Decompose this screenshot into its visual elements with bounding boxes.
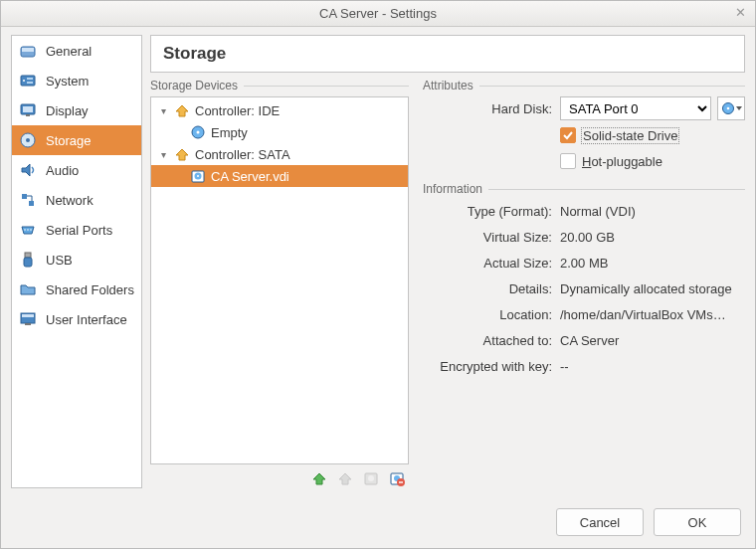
category-label: Network <box>46 193 94 208</box>
svg-point-25 <box>197 175 199 177</box>
category-label: Display <box>46 103 89 118</box>
usb-icon <box>18 250 38 270</box>
tree-label: Empty <box>211 125 248 140</box>
group-label-text: Attributes <box>423 79 473 92</box>
category-label: System <box>46 74 89 89</box>
svg-point-33 <box>726 107 729 110</box>
add-controller-button[interactable] <box>309 468 329 488</box>
svg-rect-11 <box>22 194 27 199</box>
info-label: Virtual Size: <box>423 230 560 245</box>
category-userinterface[interactable]: User Interface <box>12 304 141 334</box>
category-network[interactable]: Network <box>12 185 141 215</box>
media-empty[interactable]: Empty <box>151 121 408 143</box>
svg-point-10 <box>26 138 30 142</box>
category-storage[interactable]: Storage <box>12 125 141 155</box>
info-value: /home/dan/VirtualBox VMs… <box>560 307 745 322</box>
category-label: General <box>46 44 92 59</box>
attributes-column: Attributes Hard Disk: SATA Port 0 <box>423 79 745 488</box>
cancel-button[interactable]: Cancel <box>556 508 644 536</box>
ssd-checkbox[interactable] <box>560 127 576 143</box>
main-panel: Storage Storage Devices ▾ Co <box>150 35 745 488</box>
svg-point-13 <box>24 229 26 231</box>
svg-point-27 <box>368 475 374 481</box>
svg-rect-16 <box>25 253 31 258</box>
info-label: Encrypted with key: <box>423 359 560 374</box>
controller-icon <box>173 101 191 119</box>
ok-button[interactable]: OK <box>654 508 741 536</box>
group-label-text: Storage Devices <box>150 79 238 92</box>
info-value: -- <box>560 359 745 374</box>
svg-rect-12 <box>29 201 34 206</box>
controller-icon <box>173 145 191 163</box>
svg-point-15 <box>30 229 32 231</box>
hard-disk-port-select[interactable]: SATA Port 0 <box>560 96 711 120</box>
info-virtualsize-row: Virtual Size: 20.00 GB <box>423 226 745 248</box>
svg-rect-7 <box>23 106 33 112</box>
info-encrypted-row: Encrypted with key: -- <box>423 355 745 377</box>
choose-disk-button[interactable] <box>717 96 745 120</box>
display-icon <box>18 100 38 120</box>
info-attachedto-row: Attached to: CA Server <box>423 329 745 351</box>
add-attachment-button[interactable] <box>361 468 381 488</box>
ui-icon <box>18 309 38 329</box>
tree-label: Controller: IDE <box>195 103 280 118</box>
svg-rect-17 <box>24 258 32 267</box>
remove-controller-button[interactable] <box>335 468 355 488</box>
hotplug-checkbox[interactable] <box>560 153 576 169</box>
svg-rect-20 <box>25 323 31 325</box>
hotplug-label[interactable]: Hot-pluggable <box>582 154 662 169</box>
svg-point-14 <box>27 229 29 231</box>
storage-devices-label: Storage Devices <box>150 79 409 92</box>
window-title: CA Server - Settings <box>319 6 437 21</box>
group-label-text: Information <box>423 182 482 196</box>
remove-attachment-button[interactable] <box>387 468 407 488</box>
category-system[interactable]: System <box>12 66 141 95</box>
close-icon[interactable]: ✕ <box>731 4 749 22</box>
title-bar: CA Server - Settings ✕ <box>1 1 755 27</box>
info-value: 2.00 MB <box>560 256 745 271</box>
category-general[interactable]: General <box>12 36 141 66</box>
category-usb[interactable]: USB <box>12 245 141 274</box>
hard-disk-label: Hard Disk: <box>423 101 560 116</box>
divider <box>244 86 409 87</box>
chevron-down-icon: ▾ <box>157 105 169 116</box>
divider <box>488 189 745 190</box>
ssd-label[interactable]: Solid-state Drive <box>582 128 678 143</box>
svg-rect-4 <box>27 78 33 80</box>
controller-sata[interactable]: ▾ Controller: SATA <box>151 143 408 165</box>
category-sharedfolders[interactable]: Shared Folders <box>12 274 141 304</box>
svg-point-3 <box>23 80 25 82</box>
info-location-row: Location: /home/dan/VirtualBox VMs… <box>423 303 745 325</box>
controller-ide[interactable]: ▾ Controller: IDE <box>151 99 408 121</box>
category-serialports[interactable]: Serial Ports <box>12 215 141 245</box>
storage-devices-column: Storage Devices ▾ Controller: IDE <box>150 79 409 488</box>
harddisk-icon <box>189 167 207 185</box>
svg-rect-8 <box>26 114 30 116</box>
info-value: CA Server <box>560 333 745 348</box>
info-label: Details: <box>423 281 560 296</box>
attributes-body: Hard Disk: SATA Port 0 <box>423 96 745 172</box>
media-ca-server-vdi[interactable]: CA Server.vdi <box>151 165 408 187</box>
info-label: Actual Size: <box>423 256 560 271</box>
svg-rect-1 <box>22 48 34 52</box>
general-icon <box>18 41 38 61</box>
info-label: Type (Format): <box>423 204 560 219</box>
network-icon <box>18 190 38 210</box>
hotplug-row: Hot-pluggable <box>423 150 745 172</box>
page-body: Storage Devices ▾ Controller: IDE <box>150 73 745 488</box>
info-actualsize-row: Actual Size: 2.00 MB <box>423 252 745 274</box>
settings-window: CA Server - Settings ✕ General System <box>0 0 756 549</box>
disc-icon <box>189 123 207 141</box>
divider <box>479 86 745 87</box>
serial-icon <box>18 220 38 240</box>
tree-label: CA Server.vdi <box>211 169 289 184</box>
category-audio[interactable]: Audio <box>12 155 141 185</box>
information-label: Information <box>423 182 745 196</box>
category-label: User Interface <box>46 312 127 327</box>
tree-label: Controller: SATA <box>195 147 290 162</box>
storage-tree[interactable]: ▾ Controller: IDE Empty <box>150 96 409 464</box>
content-area: General System Display Storage <box>1 27 755 498</box>
attributes-label: Attributes <box>423 79 745 92</box>
category-display[interactable]: Display <box>12 95 141 125</box>
audio-icon <box>18 160 38 180</box>
